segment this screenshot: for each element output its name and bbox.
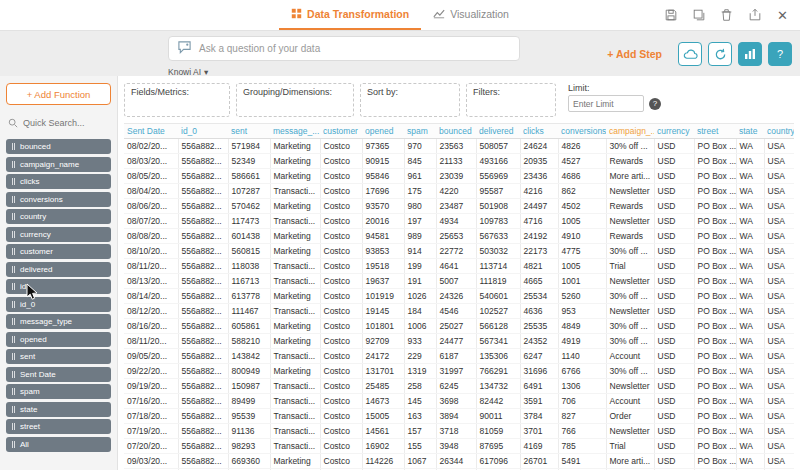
export-icon[interactable] (747, 8, 762, 23)
cell: 571984 (228, 139, 270, 154)
field-pill-id_0[interactable]: id_0 (6, 297, 111, 312)
field-pill-campaign_name[interactable]: campaign_name (6, 157, 111, 172)
cell: USD (654, 229, 694, 244)
delete-icon[interactable] (719, 8, 734, 23)
cell: Costco (320, 154, 362, 169)
field-pill-customer[interactable]: customer (6, 244, 111, 259)
field-pill-spam[interactable]: spam (6, 384, 111, 399)
column-header-sent_date[interactable]: Sent Date (124, 124, 178, 139)
field-pill-message_type[interactable]: message_type (6, 314, 111, 329)
cell: 20016 (362, 214, 404, 229)
field-pill-sent[interactable]: sent (6, 349, 111, 364)
close-icon[interactable]: ✕ (775, 8, 790, 23)
table-row: 07/18/20...556a882...95539Transacti...Co… (124, 409, 794, 424)
cell: 827 (558, 409, 606, 424)
add-step-button[interactable]: + Add Step (607, 48, 662, 60)
cell: 09/05/20... (124, 349, 178, 364)
cell: Costco (320, 409, 362, 424)
duplicate-icon[interactable] (691, 8, 706, 23)
drag-handle-icon (12, 283, 15, 290)
column-header-campaign_[interactable]: campaign_... (606, 124, 654, 139)
save-icon[interactable] (663, 8, 678, 23)
cell: Costco (320, 244, 362, 259)
field-pill-country[interactable]: country (6, 209, 111, 224)
cell: 22173 (520, 244, 558, 259)
cell: 3718 (436, 424, 476, 439)
cell: 556a882... (178, 229, 228, 244)
add-function-button[interactable]: + Add Function (6, 83, 111, 105)
help-button[interactable]: ? (768, 42, 792, 66)
field-pill-currency[interactable]: currency (6, 227, 111, 242)
ask-question-area: Ask a question of your data Knowi AI ▾ (168, 36, 520, 79)
sort-by-label: Sort by: (367, 87, 398, 97)
cell: 556a882... (178, 334, 228, 349)
cell: 556a882... (178, 214, 228, 229)
column-header-id_0[interactable]: id_0 (178, 124, 228, 139)
column-header-spam[interactable]: spam (404, 124, 436, 139)
field-pill-conversions[interactable]: conversions (6, 192, 111, 207)
tab-visualization[interactable]: Visualization (421, 0, 521, 30)
cell: 197 (404, 214, 436, 229)
column-header-conversions[interactable]: conversions (558, 124, 606, 139)
cell: 4849 (558, 319, 606, 334)
cell: WA (736, 154, 764, 169)
field-pill-id[interactable]: id (6, 279, 111, 294)
ask-question-input[interactable]: Ask a question of your data (168, 36, 520, 61)
field-pill-delivered[interactable]: delivered (6, 262, 111, 277)
quick-search-input[interactable] (23, 118, 105, 128)
cell: USA (764, 439, 794, 454)
column-header-opened[interactable]: opened (362, 124, 404, 139)
table-row: 09/22/20...556a882...800949MarketingCost… (124, 364, 794, 379)
column-header-delivered[interactable]: delivered (476, 124, 520, 139)
grouping-dimensions-dropzone[interactable]: Grouping/Dimensions: (236, 83, 354, 117)
cell: 567341 (476, 334, 520, 349)
limit-help-icon[interactable]: ? (649, 98, 661, 110)
field-pill-all[interactable]: All (6, 437, 111, 452)
fields-metrics-dropzone[interactable]: Fields/Metrics: (124, 83, 230, 117)
cell: Transacti... (270, 259, 320, 274)
column-header-country[interactable]: country (764, 124, 794, 139)
tab-data-transformation[interactable]: Data Transformation (279, 0, 421, 30)
cell: Transacti... (270, 184, 320, 199)
field-pill-label: All (20, 440, 29, 449)
column-header-sent[interactable]: sent (228, 124, 270, 139)
column-header-message_[interactable]: message_... (270, 124, 320, 139)
cell: PO Box ... (694, 334, 736, 349)
cell: WA (736, 379, 764, 394)
column-header-state[interactable]: state (736, 124, 764, 139)
column-header-customer[interactable]: customer (320, 124, 362, 139)
field-pill-sent_date[interactable]: Sent Date (6, 367, 111, 382)
cell: 08/16/20... (124, 319, 178, 334)
cell: 556a882... (178, 349, 228, 364)
fields-metrics-label: Fields/Metrics: (131, 87, 189, 97)
drag-handle-icon (12, 441, 15, 448)
column-header-clicks[interactable]: clicks (520, 124, 558, 139)
cell: PO Box ... (694, 379, 736, 394)
cell: PO Box ... (694, 199, 736, 214)
column-header-bounced[interactable]: bounced (436, 124, 476, 139)
cell: 07/16/20... (124, 394, 178, 409)
field-pill-opened[interactable]: opened (6, 332, 111, 347)
field-pill-bounced[interactable]: bounced (6, 139, 111, 154)
cell: 14561 (362, 424, 404, 439)
cell: Costco (320, 199, 362, 214)
field-pill-state[interactable]: state (6, 402, 111, 417)
limit-input[interactable] (568, 95, 644, 112)
filters-dropzone[interactable]: Filters: (466, 83, 556, 117)
sort-by-dropzone[interactable]: Sort by: (360, 83, 460, 117)
stats-button[interactable] (738, 42, 762, 66)
cell: 24497 (520, 199, 558, 214)
cell: USD (654, 334, 694, 349)
cell: 08/05/20... (124, 169, 178, 184)
cell: 1026 (404, 289, 436, 304)
cloud-upload-button[interactable] (678, 42, 702, 66)
cell: 97365 (362, 139, 404, 154)
field-pill-street[interactable]: street (6, 419, 111, 434)
field-pill-clicks[interactable]: clicks (6, 174, 111, 189)
column-header-currency[interactable]: currency (654, 124, 694, 139)
cell: 556a882... (178, 394, 228, 409)
cell: Transacti... (270, 214, 320, 229)
cell: PO Box ... (694, 184, 736, 199)
refresh-button[interactable] (708, 42, 732, 66)
column-header-street[interactable]: street (694, 124, 736, 139)
